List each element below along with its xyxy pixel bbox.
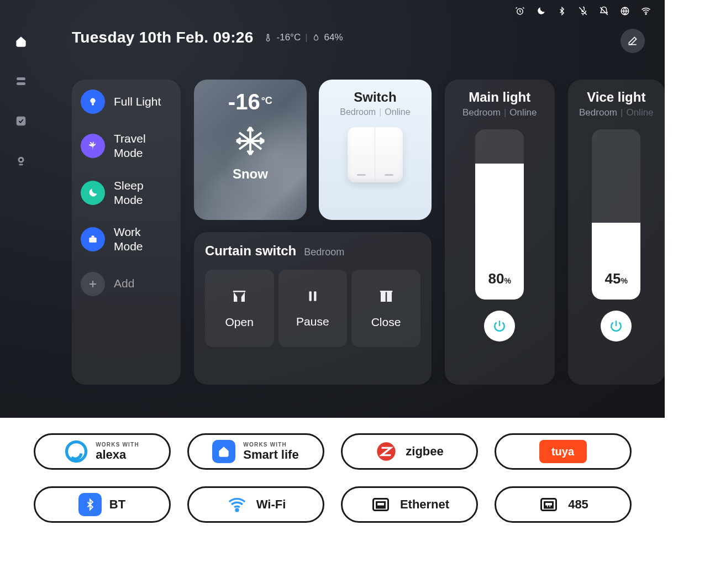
- curtain-pause-label: Pause: [296, 315, 329, 328]
- nav-checklist[interactable]: [13, 113, 29, 129]
- bluetooth-icon: [556, 6, 567, 17]
- smartlife-icon: [212, 440, 235, 463]
- globe-icon: [619, 6, 630, 17]
- svg-rect-4: [17, 82, 25, 85]
- curtain-title: Curtain switch: [205, 243, 296, 259]
- light-subtitle: Bedroom|Online: [579, 107, 654, 118]
- edit-button[interactable]: [621, 29, 645, 53]
- badge-zigbee: zigbee: [341, 433, 478, 470]
- badge-wifi: Wi-Fi: [187, 486, 324, 523]
- bluetooth-icon: [78, 493, 102, 516]
- content-row: Full Light Travel Mode Sleep Mode Work M…: [72, 80, 665, 385]
- badge-row-2: BT Wi-Fi Ethernet 485: [17, 486, 648, 523]
- svg-rect-5: [17, 117, 26, 126]
- badge-tuya: tuya: [495, 433, 632, 470]
- snowflake-icon: [234, 124, 267, 160]
- separator: |: [305, 32, 307, 43]
- scene-add[interactable]: Add: [81, 272, 172, 296]
- badge-smartlife: WORKS WITHSmart life: [187, 433, 324, 470]
- scene-label: Add: [114, 276, 134, 291]
- droplet-icon: [312, 33, 320, 42]
- badge-ethernet: Ethernet: [341, 486, 478, 523]
- svg-point-8: [20, 159, 23, 161]
- mic-off-icon: [577, 6, 588, 17]
- pencil-icon: [627, 35, 638, 46]
- ethernet-icon: [369, 493, 392, 516]
- svg-rect-11: [89, 238, 96, 243]
- badge-label: Wi-Fi: [256, 497, 286, 512]
- plus-icon: [81, 272, 105, 296]
- badge-row-1: WORKS WITHalexa WORKS WITHSmart life zig…: [17, 433, 648, 470]
- light-title: Main light: [469, 90, 530, 105]
- badge-label: 485: [568, 497, 588, 512]
- curtain-close-icon: [377, 288, 395, 307]
- scene-label: Work Mode: [114, 225, 172, 254]
- nav-controls[interactable]: [13, 73, 29, 90]
- zigbee-icon: [375, 440, 398, 463]
- alexa-icon: [65, 440, 88, 463]
- badge-485: 485: [495, 486, 632, 523]
- port485-icon: [537, 493, 560, 516]
- brightness-percent: 80%: [475, 270, 524, 287]
- weather-inline: -16°C | 64%: [264, 32, 343, 43]
- wifi-icon: [640, 6, 651, 17]
- power-icon: [492, 319, 507, 333]
- briefcase-icon: [81, 227, 105, 251]
- main-light-card: Main light Bedroom|Online 80%: [445, 80, 555, 385]
- switch-card[interactable]: Switch Bedroom|Online: [319, 80, 432, 220]
- pause-icon: [306, 288, 320, 306]
- nav-home[interactable]: [13, 33, 29, 50]
- light-subtitle: Bedroom|Online: [462, 107, 537, 118]
- svg-point-9: [90, 98, 95, 103]
- scene-label: Travel Mode: [114, 132, 172, 161]
- temperature-label: -16°C: [277, 32, 301, 43]
- svg-rect-12: [309, 291, 311, 301]
- svg-point-16: [236, 509, 238, 511]
- brightness-percent: 45%: [592, 270, 640, 287]
- humidity-label: 64%: [324, 32, 343, 43]
- badge-label: Ethernet: [400, 497, 449, 512]
- badge-label: zigbee: [406, 444, 443, 459]
- svg-point-2: [645, 13, 646, 14]
- curtain-open-button[interactable]: Open: [205, 270, 274, 347]
- svg-rect-10: [92, 103, 94, 106]
- status-bar: [514, 6, 651, 17]
- brightness-slider-main[interactable]: 80%: [475, 129, 524, 300]
- switch-device-image: [348, 127, 403, 182]
- brightness-fill: [592, 223, 640, 300]
- scene-sleep-mode[interactable]: Sleep Mode: [81, 179, 172, 208]
- bell-off-icon: [598, 6, 609, 17]
- switch-title: Switch: [354, 90, 396, 105]
- bulb-icon: [81, 90, 105, 114]
- badge-alexa: WORKS WITHalexa: [34, 433, 171, 470]
- header: Tuesday 10th Feb. 09:26 -16°C | 64%: [72, 29, 343, 46]
- power-button-vice[interactable]: [601, 311, 632, 342]
- scene-travel-mode[interactable]: Travel Mode: [81, 132, 172, 161]
- curtain-pause-button[interactable]: Pause: [278, 270, 348, 347]
- weather-card[interactable]: -16°C Snow: [194, 80, 307, 220]
- curtain-close-button[interactable]: Close: [351, 270, 420, 347]
- svg-rect-3: [17, 77, 25, 80]
- nav-camera[interactable]: [13, 153, 29, 169]
- palm-icon: [81, 134, 105, 158]
- curtain-close-label: Close: [371, 316, 401, 329]
- badge-label: BT: [109, 497, 125, 512]
- datetime-label: Tuesday 10th Feb. 09:26: [72, 29, 254, 46]
- light-title: Vice light: [587, 90, 645, 105]
- scenes-card: Full Light Travel Mode Sleep Mode Work M…: [72, 80, 181, 385]
- scene-full-light[interactable]: Full Light: [81, 90, 172, 114]
- power-button-main[interactable]: [484, 311, 515, 342]
- scene-work-mode[interactable]: Work Mode: [81, 225, 172, 254]
- curtain-card: Curtain switch Bedroom Open Pause Close: [194, 232, 432, 385]
- switch-subtitle: Bedroom|Online: [340, 107, 410, 117]
- svg-rect-13: [314, 291, 316, 301]
- curtain-open-icon: [230, 288, 249, 307]
- brightness-slider-vice[interactable]: 45%: [592, 129, 640, 300]
- smart-home-panel: Tuesday 10th Feb. 09:26 -16°C | 64% Full…: [0, 0, 665, 418]
- svg-rect-7: [19, 164, 23, 166]
- moon-icon: [535, 6, 546, 17]
- tuya-icon: tuya: [539, 440, 587, 463]
- vice-light-card: Vice light Bedroom|Online 45%: [568, 80, 665, 385]
- weather-condition: Snow: [233, 166, 268, 182]
- curtain-controls: Open Pause Close: [205, 270, 420, 347]
